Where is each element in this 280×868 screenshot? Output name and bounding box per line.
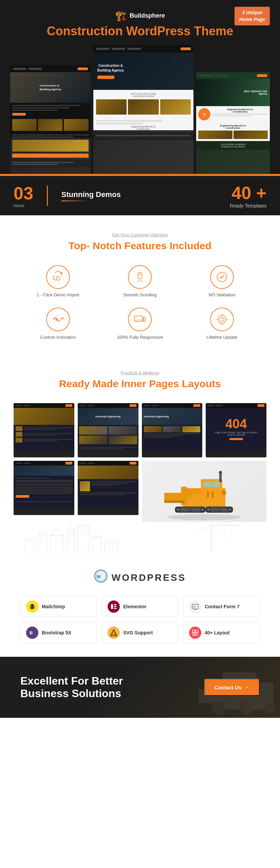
inner-page-project: Industrial Engineering [78, 403, 138, 457]
svg-point-24 [219, 471, 222, 474]
svg-rect-68 [68, 540, 70, 543]
svg-rect-98 [114, 604, 116, 605]
plugins-grid-row2: B Bootstrap 5X SVG SVG Support [20, 622, 260, 643]
plugin-contact-form: CF Contact Form 7 [183, 596, 260, 617]
mailchimp-name: Mailchimp [42, 604, 65, 609]
wordpress-icon: W [94, 569, 108, 586]
stats-templates: 40 + Ready Templates [230, 183, 266, 209]
elementor-icon [108, 600, 120, 613]
error-404-text: Page Is Not Found. The Page Is Doesn'tEx… [211, 431, 261, 436]
svg-rect-65 [72, 530, 73, 533]
features-section: Get Your Customer Attention Top- Notch F… [0, 215, 280, 357]
svg-point-12 [220, 317, 224, 321]
animation-label: Custom Animation [40, 335, 76, 340]
svg-point-39 [207, 508, 210, 511]
svg-point-35 [189, 509, 191, 511]
svg-rect-7 [134, 316, 143, 321]
plugin-layout: 40+ Layout [183, 622, 260, 643]
layout-name: 40+ Layout [205, 630, 230, 635]
w3-label: W3 Validation [209, 292, 236, 297]
svg-rect-48 [212, 491, 213, 497]
svg-text:W: W [97, 574, 101, 579]
templates-label: Ready Templates [230, 203, 266, 209]
stats-divider [47, 185, 48, 206]
hero-section: 3 Unique Home Page 🏗️ Buildsphere Constr… [0, 0, 280, 174]
update-icon [210, 308, 234, 331]
svg-text:!: ! [57, 277, 58, 280]
wordpress-text: WORDPRESS [112, 572, 186, 583]
svg-point-17 [167, 514, 241, 520]
svg-rect-81 [106, 542, 109, 546]
svg-rect-99 [114, 606, 116, 607]
svg-rect-67 [72, 535, 73, 538]
svg-point-31 [176, 508, 180, 511]
svg-point-33 [201, 508, 204, 511]
svg-rect-76 [86, 532, 88, 535]
feature-demo-import: ! 1 - Click Demo Import [20, 265, 96, 297]
update-label: Lifetime Update [207, 335, 238, 340]
inner-page-contact [14, 461, 74, 515]
svg-rect-21 [203, 481, 211, 487]
animation-icon [46, 308, 70, 331]
feature-update: Lifetime Update [184, 308, 260, 340]
screenshot-center: Construction &Building Agency We Provide… [93, 45, 194, 174]
homes-number: 03 [14, 183, 33, 203]
mailchimp-icon [26, 600, 38, 613]
svg-point-11 [218, 315, 226, 323]
demos-title: Stunning Demos [61, 190, 216, 201]
svg-point-115 [265, 703, 275, 713]
svg-rect-59 [50, 535, 64, 552]
bootstrap-icon: B [26, 627, 38, 639]
svg-rect-53 [40, 534, 41, 536]
svg-rect-51 [30, 540, 32, 543]
svg-rect-22 [212, 481, 220, 487]
inner-pages-subtitle: Practical & Multiuse [14, 370, 266, 375]
hero-title: Construction WordPress Theme [7, 24, 273, 38]
wordpress-section: W WORDPRESS Mailchimp [0, 556, 280, 657]
cta-title: Excellent For Better Business Solutions [20, 675, 156, 700]
svg-rect-64 [68, 530, 70, 533]
svg-rect-47 [207, 491, 209, 497]
responsive-icon [128, 308, 152, 331]
hero-badge: 3 Unique Home Page [235, 7, 270, 25]
svg-rect-23 [219, 473, 222, 482]
feature-smooth-scroll: Smooth Scrolling [102, 265, 178, 297]
svg-rect-49 [25, 539, 35, 552]
svg-rect-71 [79, 527, 81, 530]
inner-pages-grid-row2 [14, 461, 266, 522]
svg-point-95 [31, 606, 32, 607]
svg-rect-97 [111, 604, 113, 609]
hero-logo: 🏗️ Buildsphere [7, 10, 273, 21]
plugin-svg: SVG SVG Support [102, 622, 178, 643]
contact-form-icon: CF [189, 600, 201, 613]
logo-icon: 🏗️ [115, 10, 127, 21]
svg-rect-27 [164, 500, 184, 503]
svg-marker-60 [50, 529, 64, 535]
svg-rect-83 [116, 542, 117, 546]
demo-import-icon: ! [46, 265, 70, 289]
svg-rect-66 [68, 535, 70, 538]
svg-rect-109 [195, 633, 198, 635]
svg-rect-72 [82, 527, 85, 530]
svg-rect-75 [82, 532, 85, 535]
contact-us-button[interactable]: Contact Us [204, 679, 260, 696]
logo-text: Buildsphere [130, 12, 165, 19]
svg-rect-61 [54, 540, 56, 545]
layout-icon [189, 627, 201, 639]
stats-section: 03 Home Stunning Demos 40 + Ready Templa… [0, 176, 280, 215]
svg-rect-77 [81, 547, 86, 552]
hero-screenshots: Construction &Building Agency [7, 45, 273, 174]
building-sketch-area [0, 522, 280, 556]
svg-text:CF: CF [193, 606, 196, 608]
elementor-name: Elementor [123, 604, 146, 609]
feature-w3: W3 Validation [184, 265, 260, 297]
svg-point-46 [223, 492, 225, 494]
features-title: Top- Notch Features Included [20, 240, 260, 252]
inner-page-about [78, 461, 138, 515]
bulldozer-area [142, 461, 267, 522]
svg-rect-54 [42, 534, 44, 536]
svg-point-96 [33, 606, 34, 607]
templates-number: 40 + [230, 183, 266, 203]
svg-rect-100 [114, 608, 116, 609]
stats-homes: 03 Home [14, 183, 33, 208]
